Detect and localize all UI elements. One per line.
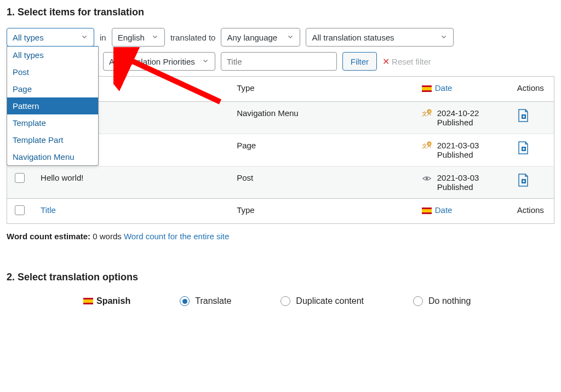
spain-flag-icon bbox=[83, 298, 93, 304]
type-option-pattern[interactable]: Pattern bbox=[7, 97, 98, 114]
target-language-label: Any language bbox=[227, 33, 277, 42]
svg-text:✕: ✕ bbox=[428, 110, 430, 113]
svg-point-9 bbox=[425, 177, 428, 180]
translation-options-row: Spanish Translate Duplicate content Do n… bbox=[7, 296, 554, 306]
word-count-link[interactable]: Word count for the entire site bbox=[124, 232, 229, 241]
row-status: Published bbox=[437, 182, 479, 192]
title-search-input[interactable] bbox=[221, 52, 337, 71]
type-option-page[interactable]: Page bbox=[7, 80, 98, 97]
row-checkbox[interactable] bbox=[15, 173, 25, 183]
chevron-down-icon bbox=[202, 57, 209, 66]
select-all-checkbox-footer[interactable] bbox=[15, 205, 25, 215]
target-language-label: Spanish bbox=[83, 296, 130, 306]
chevron-down-icon bbox=[440, 33, 448, 42]
chevron-down-icon bbox=[151, 33, 159, 42]
translate-needed-icon: 文A✕ bbox=[422, 141, 432, 151]
col-footer-date[interactable]: Date bbox=[435, 205, 453, 215]
priority-select-label: All Translation Priorities bbox=[109, 57, 195, 66]
word-count-label: Word count estimate: bbox=[7, 232, 90, 241]
language-select-label: English bbox=[118, 33, 145, 42]
type-option-all[interactable]: All types bbox=[7, 47, 98, 64]
section2-heading: 2. Select translation options bbox=[7, 272, 554, 283]
close-icon: ✕ bbox=[382, 56, 390, 67]
add-translation-icon[interactable] bbox=[517, 108, 529, 123]
col-header-date[interactable]: Date bbox=[435, 83, 453, 93]
table-row: Hello world! Post 2021-03-03Published bbox=[7, 166, 554, 199]
priority-select[interactable]: All Translation Priorities bbox=[103, 52, 215, 71]
add-translation-icon[interactable] bbox=[517, 173, 529, 187]
type-select[interactable]: All types All types Post Page Pattern Te… bbox=[7, 28, 94, 47]
translation-status-select[interactable]: All translation statuses bbox=[306, 28, 454, 47]
chevron-down-icon bbox=[81, 33, 88, 42]
svg-text:✕: ✕ bbox=[428, 142, 430, 146]
radio-translate[interactable]: Translate bbox=[180, 296, 231, 306]
in-label: in bbox=[100, 33, 106, 42]
radio-icon bbox=[280, 296, 290, 306]
filter-row-1: All types All types Post Page Pattern Te… bbox=[7, 28, 554, 47]
radio-icon bbox=[180, 296, 190, 306]
row-status: Published bbox=[437, 150, 479, 159]
type-option-template[interactable]: Template bbox=[7, 114, 98, 131]
row-type: Post bbox=[229, 166, 414, 199]
translate-needed-icon: 文A✕ bbox=[422, 109, 432, 119]
row-type: Page bbox=[229, 134, 414, 166]
reset-filter-label: Reset filter bbox=[392, 57, 431, 66]
radio-duplicate[interactable]: Duplicate content bbox=[280, 296, 364, 306]
row-title: Hello world! bbox=[33, 166, 229, 199]
col-footer-actions: Actions bbox=[510, 199, 554, 224]
row-date: 2021-03-03 bbox=[437, 173, 479, 182]
add-translation-icon[interactable] bbox=[517, 141, 529, 155]
row-date: 2024-10-22 bbox=[437, 108, 479, 118]
spain-flag-icon bbox=[422, 85, 432, 92]
section1-heading: 1. Select items for translation bbox=[7, 7, 554, 18]
word-count-value: 0 words bbox=[93, 232, 122, 241]
type-option-template-part[interactable]: Template Part bbox=[7, 131, 98, 148]
radio-icon bbox=[413, 296, 423, 306]
type-select-label: All types bbox=[13, 33, 44, 42]
row-date: 2021-03-03 bbox=[437, 141, 479, 150]
target-language-select[interactable]: Any language bbox=[221, 28, 300, 47]
radio-do-nothing[interactable]: Do nothing bbox=[413, 296, 471, 306]
type-option-post[interactable]: Post bbox=[7, 64, 98, 80]
col-footer-title[interactable]: Title bbox=[41, 205, 56, 215]
filter-button[interactable]: Filter bbox=[342, 52, 377, 71]
eye-icon bbox=[422, 174, 432, 183]
translation-status-label: All translation statuses bbox=[312, 33, 394, 42]
col-header-type: Type bbox=[229, 77, 414, 102]
word-count-line: Word count estimate: 0 words Word count … bbox=[7, 232, 554, 241]
spain-flag-icon bbox=[422, 207, 432, 214]
row-type: Navigation Menu bbox=[229, 102, 414, 134]
col-header-actions: Actions bbox=[510, 77, 554, 102]
col-footer-type: Type bbox=[229, 199, 414, 224]
type-dropdown: All types Post Page Pattern Template Tem… bbox=[7, 46, 99, 166]
reset-filter-button[interactable]: ✕ Reset filter bbox=[382, 56, 431, 67]
type-option-navigation-menu[interactable]: Navigation Menu bbox=[7, 148, 98, 165]
row-status: Published bbox=[437, 118, 479, 127]
chevron-down-icon bbox=[287, 33, 294, 42]
language-select[interactable]: English bbox=[112, 28, 165, 47]
translated-to-label: translated to bbox=[170, 33, 216, 42]
